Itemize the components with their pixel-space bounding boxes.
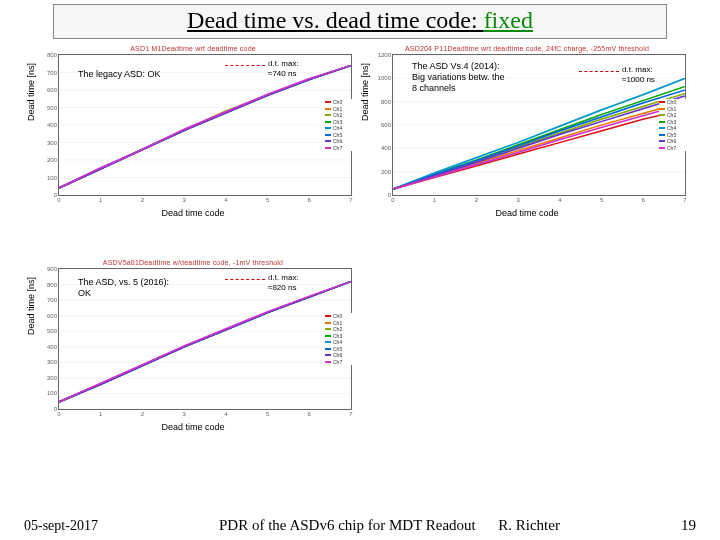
y-axis-label: Dead time [ns] — [360, 63, 370, 121]
annotation-main: The ASD Vs.4 (2014): Big variations betw… — [412, 61, 505, 93]
page-number: 19 — [681, 517, 696, 534]
annotation-dt: d.t. max: ≈1000 ns — [622, 65, 655, 84]
chart-asd-v5: ASDV5a81Deadtime w/deadtime code, -1mV t… — [30, 259, 356, 469]
footer: 05-sept-2017 PDR of the ASDv6 chip for M… — [0, 517, 720, 534]
footer-date: 05-sept-2017 — [24, 518, 98, 534]
charts-grid: ASD1 M1Deadtime wrt deadtime code Dead t… — [0, 39, 720, 469]
y-ticks: 020040060080010001200 — [377, 55, 391, 195]
plot-title: ASD204 P11Deadtime wrt deadtime code, 24… — [364, 45, 690, 52]
y-ticks: 0100200300400500600700800 — [43, 55, 57, 195]
y-axis-label: Dead time [ns] — [26, 63, 36, 121]
legend: Ch0Ch1Ch2Ch3Ch4Ch5Ch6Ch7 — [325, 313, 353, 365]
y-ticks: 0100200300400500600700800900 — [43, 269, 57, 409]
plot-title: ASDV5a81Deadtime w/deadtime code, -1mV t… — [30, 259, 356, 266]
footer-author: R. Richter — [498, 517, 560, 533]
annotation-dt: d.t. max: ≈820 ns — [268, 273, 299, 292]
x-axis-label: Dead time code — [30, 208, 356, 218]
annotation-main: The legacy ASD: OK — [78, 69, 161, 80]
x-ticks: 01234567 — [59, 411, 351, 421]
x-axis-label: Dead time code — [30, 422, 356, 432]
footer-title: PDR of the ASDv6 chip for MDT Readout — [219, 517, 476, 533]
annotation-arrow — [225, 279, 265, 280]
plot-title: ASD1 M1Deadtime wrt deadtime code — [30, 45, 356, 52]
annotation-dt: d.t. max: ≈740 ns — [268, 59, 299, 78]
legend: Ch0Ch1Ch2Ch3Ch4Ch5Ch6Ch7 — [659, 99, 687, 151]
legend: Ch0Ch1Ch2Ch3Ch4Ch5Ch6Ch7 — [325, 99, 353, 151]
y-axis-label: Dead time [ns] — [26, 277, 36, 335]
annotation-arrow — [579, 71, 619, 72]
slide-title: Dead time vs. dead time code: fixed — [53, 4, 667, 39]
x-axis-label: Dead time code — [364, 208, 690, 218]
x-ticks: 01234567 — [393, 197, 685, 207]
chart-asd-v4: ASD204 P11Deadtime wrt deadtime code, 24… — [364, 45, 690, 255]
annotation-arrow — [225, 65, 265, 66]
title-text: Dead time vs. dead time code: — [187, 7, 484, 33]
chart-legacy-asd: ASD1 M1Deadtime wrt deadtime code Dead t… — [30, 45, 356, 255]
annotation-main: The ASD, vs. 5 (2016): OK — [78, 277, 169, 299]
title-fixed: fixed — [484, 7, 533, 33]
empty-cell — [364, 259, 690, 469]
x-ticks: 01234567 — [59, 197, 351, 207]
